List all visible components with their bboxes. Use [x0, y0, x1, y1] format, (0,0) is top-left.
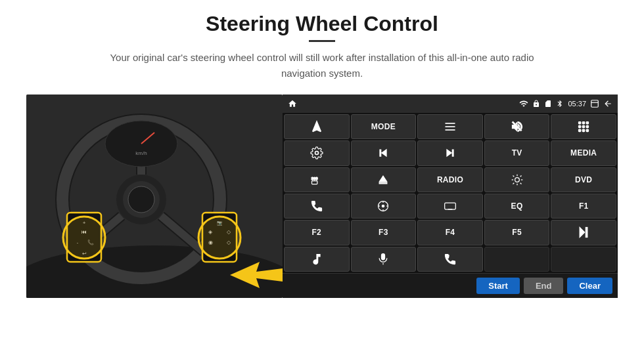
- svg-point-45: [315, 152, 318, 155]
- home-icon: [288, 99, 297, 108]
- android-panel: 05:37 MODETVMEDIA360RADIODVDEQF1F2F3F4F5…: [283, 94, 618, 298]
- svg-point-6: [128, 186, 154, 213]
- grid-button-r5c4[interactable]: F5: [484, 220, 550, 245]
- page-subtitle: Your original car's steering wheel contr…: [99, 50, 545, 81]
- title-divider: [309, 40, 335, 42]
- grid-button-r6c5: [551, 247, 616, 272]
- svg-point-26: [198, 217, 241, 259]
- start-button[interactable]: Start: [476, 278, 520, 294]
- svg-rect-66: [586, 228, 588, 238]
- svg-text:/: /: [448, 254, 449, 258]
- svg-rect-43: [583, 129, 585, 131]
- svg-rect-31: [591, 100, 599, 108]
- svg-rect-67: [382, 253, 385, 259]
- svg-rect-41: [586, 125, 588, 127]
- grid-button-r6c4: [484, 247, 550, 272]
- back-icon: [603, 99, 612, 108]
- svg-line-53: [513, 175, 514, 177]
- svg-marker-65: [580, 228, 585, 238]
- svg-line-55: [520, 175, 521, 177]
- grid-button-r3c3[interactable]: RADIO: [417, 167, 483, 192]
- grid-button-r4c5[interactable]: F1: [551, 194, 616, 219]
- svg-text:km/h: km/h: [135, 150, 147, 156]
- grid-button-r3c1[interactable]: 360: [284, 167, 350, 192]
- grid-button-r4c4[interactable]: EQ: [484, 194, 550, 219]
- svg-line-54: [520, 183, 521, 184]
- grid-button-r2c5[interactable]: MEDIA: [551, 140, 616, 165]
- lock-icon: [532, 100, 540, 108]
- grid-button-r2c2[interactable]: [351, 140, 417, 165]
- grid-button-r1c5[interactable]: [551, 114, 616, 139]
- status-bar-right: 05:37: [519, 99, 612, 108]
- grid-button-r1c1[interactable]: [284, 114, 350, 139]
- grid-button-r1c3[interactable]: [417, 114, 483, 139]
- grid-button-r3c5[interactable]: DVD: [551, 167, 616, 192]
- status-bar: 05:37: [283, 94, 618, 113]
- svg-point-19: [63, 217, 105, 259]
- svg-rect-47: [311, 180, 317, 184]
- svg-rect-40: [583, 125, 585, 127]
- button-grid: MODETVMEDIA360RADIODVDEQF1F2F3F4F5/: [283, 113, 618, 273]
- grid-button-r3c4[interactable]: [484, 167, 550, 192]
- svg-rect-44: [586, 129, 588, 131]
- svg-rect-36: [579, 122, 581, 124]
- svg-rect-39: [579, 125, 581, 127]
- svg-text:360: 360: [311, 177, 317, 180]
- grid-button-r4c1[interactable]: [284, 194, 350, 219]
- grid-button-r2c3[interactable]: [417, 140, 483, 165]
- grid-button-r6c1[interactable]: [284, 247, 350, 272]
- window-icon: [590, 99, 599, 108]
- grid-button-r6c2[interactable]: [351, 247, 417, 272]
- svg-rect-63: [445, 203, 456, 209]
- svg-rect-42: [579, 129, 581, 131]
- wifi-icon: [519, 99, 528, 108]
- grid-button-r5c2[interactable]: F3: [351, 220, 417, 245]
- status-bar-left: [288, 99, 297, 108]
- grid-button-r1c4[interactable]: [484, 114, 550, 139]
- grid-button-r5c5[interactable]: [551, 220, 616, 245]
- page-container: Steering Wheel Control Your original car…: [0, 0, 644, 357]
- clear-button[interactable]: Clear: [567, 278, 612, 294]
- svg-point-58: [382, 205, 384, 207]
- sim-icon: [544, 100, 552, 108]
- svg-line-56: [513, 183, 514, 184]
- grid-button-r4c3[interactable]: [417, 194, 483, 219]
- grid-button-r6c3[interactable]: /: [417, 247, 483, 272]
- steering-wheel-image: + ⏮ - 📞 ↩ 📷 ◈ ◇ ◉ ◇: [26, 94, 283, 298]
- svg-rect-38: [586, 122, 588, 124]
- svg-rect-37: [583, 122, 585, 124]
- content-row: + ⏮ - 📞 ↩ 📷 ◈ ◇ ◉ ◇: [26, 94, 618, 298]
- grid-button-r4c2[interactable]: [351, 194, 417, 219]
- grid-button-r1c2[interactable]: MODE: [351, 114, 417, 139]
- grid-button-r2c4[interactable]: TV: [484, 140, 550, 165]
- grid-button-r3c2[interactable]: [351, 167, 417, 192]
- status-time: 05:37: [568, 100, 586, 108]
- page-title: Steering Wheel Control: [206, 12, 438, 36]
- grid-button-r5c1[interactable]: F2: [284, 220, 350, 245]
- action-bar: Start End Clear: [283, 273, 618, 298]
- grid-button-r5c3[interactable]: F4: [417, 220, 483, 245]
- svg-point-48: [515, 177, 519, 182]
- bluetooth-icon: [556, 100, 564, 108]
- grid-button-r2c1[interactable]: [284, 140, 350, 165]
- end-button[interactable]: End: [524, 278, 564, 294]
